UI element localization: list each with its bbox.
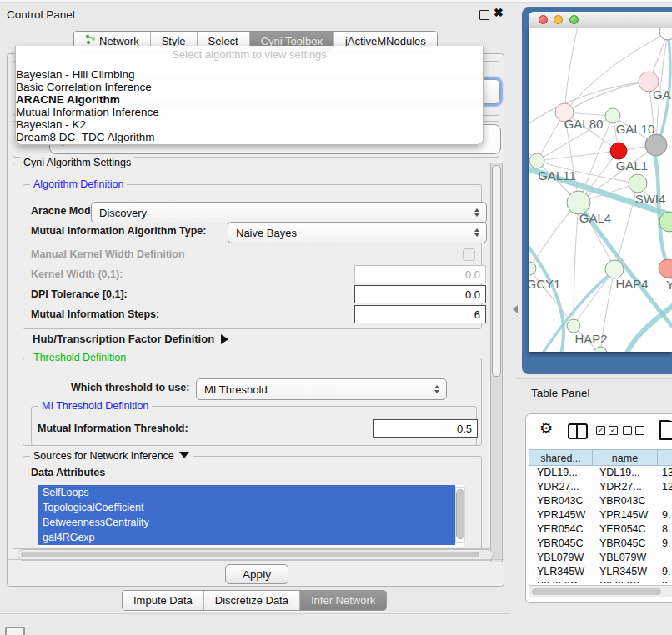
algorithm-option[interactable]: Dream8 DC_TDC Algorithm — [16, 131, 483, 143]
network-node[interactable] — [529, 153, 544, 168]
list-vertical-scrollbar[interactable] — [455, 487, 465, 543]
column-browser-icon[interactable] — [568, 423, 588, 439]
algorithm-option[interactable]: Bayesian - K2 — [16, 118, 483, 131]
deselect-all-columns-icon[interactable] — [623, 426, 644, 435]
column-header[interactable]: A — [658, 449, 672, 466]
table-cell[interactable]: YBR045C — [529, 537, 593, 551]
table-cell[interactable]: YBL079W — [529, 551, 593, 565]
table-row[interactable]: YPR145WYPR145W9. — [529, 508, 672, 522]
table-cell[interactable]: YPR145W — [593, 508, 658, 522]
settings-vertical-scrollbar[interactable] — [490, 162, 503, 562]
document-icon[interactable] — [659, 420, 672, 440]
network-node[interactable] — [605, 260, 624, 278]
network-window-titlebar[interactable] — [529, 12, 672, 28]
table-cell[interactable]: YDL19... — [529, 466, 593, 480]
tab-discretize-data[interactable]: Discretize Data — [203, 591, 299, 610]
data-attribute-item[interactable]: TopologicalCoefficient — [38, 500, 455, 515]
table-cell[interactable]: YDR27... — [593, 480, 658, 494]
sources-collapser[interactable]: Sources for Network Inference — [30, 450, 193, 462]
collapse-arrow-icon[interactable] — [179, 452, 189, 458]
close-icon[interactable]: ✖ — [494, 6, 504, 19]
table-cell[interactable]: YER054C — [593, 522, 658, 537]
apply-button[interactable]: Apply — [225, 564, 288, 584]
gear-icon[interactable]: ⚙ — [539, 419, 553, 438]
dpi-tolerance-field[interactable]: 0.0 — [354, 285, 486, 303]
network-node[interactable] — [659, 259, 672, 278]
table-cell[interactable]: YBR045C — [593, 537, 658, 551]
settings-horizontal-scrollbar-thumb[interactable] — [21, 552, 479, 558]
algorithm-option[interactable]: Mutual Information Inference — [16, 106, 483, 118]
table-cell[interactable]: 9. — [658, 537, 672, 551]
algorithm-option[interactable]: Basic Correlation Inference — [16, 81, 483, 93]
which-threshold-combobox[interactable]: MI Threshold — [196, 378, 447, 400]
table-cell[interactable]: YBR043C — [593, 494, 658, 508]
data-attribute-item[interactable]: SelfLoops — [38, 485, 455, 500]
table-cell[interactable]: YBR043C — [529, 494, 593, 508]
minimize-traffic-light[interactable] — [554, 15, 563, 24]
table-cell[interactable]: YPR145W — [529, 508, 593, 522]
table-cell[interactable]: YBL079W — [593, 551, 658, 565]
table-cell[interactable]: YER054C — [529, 522, 593, 537]
node-table: shared...nameA YDL19...YDL19...13YDR27..… — [529, 449, 672, 583]
minimized-panel-icon[interactable] — [5, 627, 25, 635]
column-header[interactable]: shared... — [529, 449, 593, 466]
algorithm-option[interactable]: Bayesian - Hill Climbing — [16, 68, 483, 81]
aracne-mode-combobox[interactable]: Discovery — [91, 202, 487, 223]
network-node[interactable] — [594, 347, 607, 352]
manual-kernel-checkbox[interactable] — [463, 248, 475, 261]
table-row[interactable]: YBR045CYBR045C9. — [529, 537, 672, 551]
close-traffic-light[interactable] — [539, 15, 548, 24]
data-attribute-item[interactable]: gal4RGexp — [38, 530, 455, 545]
network-node[interactable] — [629, 174, 647, 192]
data-attribute-item[interactable]: BetweennessCentrality — [38, 515, 455, 530]
expand-arrow-icon[interactable] — [221, 334, 228, 344]
table-cell[interactable]: 9. — [658, 565, 672, 579]
table-horizontal-scrollbar-thumb[interactable] — [532, 588, 661, 595]
table-cell[interactable]: YDR27... — [529, 480, 593, 494]
table-cell[interactable]: 9 — [658, 579, 672, 583]
table-row[interactable]: YBL079WYBL079W — [529, 551, 672, 565]
tab-impute-data[interactable]: Impute Data — [123, 591, 203, 610]
mi-type-combobox[interactable]: Naive Bayes — [228, 222, 487, 243]
table-row[interactable]: YDL19...YDL19...13 — [529, 466, 672, 480]
table-cell[interactable]: YLR345W — [593, 565, 658, 579]
table-cell[interactable]: YIL052C — [529, 579, 593, 583]
node-label: GAL80 — [564, 117, 604, 131]
table-horizontal-scrollbar[interactable] — [529, 585, 672, 597]
split-pane-collapse-icon[interactable] — [509, 305, 518, 313]
table-row[interactable]: YLR345WYLR345W9. — [529, 565, 672, 579]
hub-definition-expander[interactable]: Hub/Transcription Factor Definition — [33, 332, 228, 345]
table-row[interactable]: YBR043CYBR043C — [529, 494, 672, 508]
mi-threshold-field[interactable]: 0.5 — [373, 419, 478, 438]
table-cell[interactable] — [658, 494, 672, 508]
network-node[interactable] — [645, 134, 667, 156]
table-panel-title: Table Panel — [531, 387, 590, 399]
table-cell[interactable]: YIL052C — [593, 579, 658, 583]
table-cell[interactable]: YDL19... — [593, 466, 658, 480]
list-vertical-scrollbar-thumb[interactable] — [456, 489, 464, 539]
algorithm-option[interactable]: ARACNE Algorithm — [16, 93, 483, 106]
zoom-traffic-light[interactable] — [569, 15, 579, 24]
table-cell[interactable]: YLR345W — [529, 565, 593, 579]
mi-steps-field[interactable]: 6 — [354, 305, 486, 323]
settings-vertical-scrollbar-thumb[interactable] — [492, 165, 501, 377]
table-cell[interactable]: 8. — [658, 522, 672, 537]
table-row[interactable]: YIL052CYIL052C9 — [529, 579, 672, 583]
tab-infer-network[interactable]: Infer Network — [299, 591, 386, 610]
table-row[interactable]: YER054CYER054C8. — [529, 522, 672, 537]
network-node[interactable] — [610, 142, 627, 159]
network-node[interactable] — [567, 319, 580, 332]
network-node[interactable] — [659, 28, 672, 40]
table-cell[interactable]: 12 — [658, 480, 672, 494]
float-window-icon[interactable] — [479, 10, 489, 20]
sources-title: Sources for Network Inference — [33, 450, 174, 462]
table-row[interactable]: YDR27...YDR27...12 — [529, 480, 672, 494]
column-header[interactable]: name — [593, 449, 658, 466]
network-canvas[interactable]: GAL80GAL10GAL11GAL1SWI4GAL4GCY1HAP4HAP2G… — [529, 28, 672, 352]
kernel-width-field[interactable]: 0.0 — [354, 265, 486, 283]
table-cell[interactable]: 9. — [658, 508, 672, 522]
table-cell[interactable]: 13 — [658, 466, 672, 480]
select-all-columns-icon[interactable]: ✓ ✓ — [596, 426, 618, 435]
table-cell[interactable] — [658, 551, 672, 565]
network-node[interactable] — [529, 262, 536, 275]
